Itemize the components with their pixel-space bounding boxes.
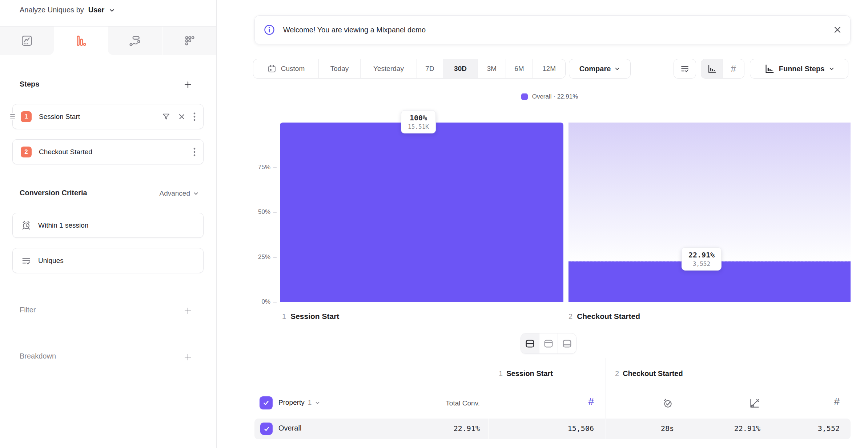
count-column-header-hash-icon[interactable]: #	[558, 396, 594, 407]
date-range-control: Custom Today Yesterday 7D 30D 3M 6M 12M	[253, 59, 566, 79]
date-tab-label: 3M	[487, 65, 497, 73]
metric-settings-button[interactable]	[674, 59, 696, 79]
step1-count-value: 15,506	[521, 424, 594, 433]
steps-section-title: Steps	[20, 80, 39, 88]
time-to-convert-column-icon[interactable]	[662, 397, 674, 409]
hash-icon: #	[731, 63, 736, 75]
kebab-menu-icon[interactable]	[193, 147, 196, 157]
y-axis-tick-0: 0%	[249, 298, 270, 305]
analyze-entity-dropdown[interactable]: User	[88, 6, 104, 14]
date-tab-label: 12M	[542, 65, 556, 73]
tooltip-percent: 22.91%	[688, 251, 715, 259]
banner-close-button[interactable]	[831, 23, 844, 36]
step-name: Checkout Started	[39, 148, 193, 156]
table-only-toggle[interactable]	[558, 333, 576, 353]
axis-tick-mark	[273, 167, 277, 168]
analyze-uniques-row: Analyze Uniques by User	[20, 6, 115, 14]
compare-button[interactable]: Compare	[569, 59, 631, 79]
conversion-window-label: Within 1 session	[38, 221, 88, 229]
date-tab-7d[interactable]: 7D	[417, 59, 443, 78]
top-panel-icon	[543, 338, 554, 349]
drag-handle-icon[interactable]	[10, 113, 15, 120]
tab-funnels[interactable]	[54, 27, 108, 55]
step-name: Checkout Started	[577, 312, 640, 321]
date-tab-label: 30D	[454, 65, 467, 73]
conversion-window-card[interactable]: Within 1 session	[12, 213, 204, 238]
funnel-steps-dropdown[interactable]: Funnel Steps	[750, 59, 848, 79]
bar-value-tooltip-2: 22.91% 3,552	[682, 247, 722, 271]
count2-column-header-hash-icon[interactable]: #	[803, 396, 840, 407]
close-icon	[833, 26, 841, 34]
banner-message: Welcome! You are viewing a Mixpanel demo	[283, 26, 426, 34]
check-icon	[263, 425, 270, 432]
add-filter-button[interactable]	[182, 305, 194, 317]
bar-chart-icon	[707, 64, 717, 74]
chevron-down-icon	[829, 66, 835, 72]
chevron-down-icon[interactable]	[109, 7, 115, 13]
date-tab-30d[interactable]: 30D	[443, 59, 478, 78]
advanced-dropdown[interactable]: Advanced	[159, 189, 199, 197]
step-name: Session Start	[290, 312, 339, 321]
legend-label: Overall · 22.91%	[532, 93, 578, 100]
group-number: 1	[499, 369, 503, 378]
tooltip-count: 15.51K	[408, 123, 429, 130]
compare-label: Compare	[579, 65, 611, 73]
bottom-panel-icon	[562, 338, 572, 349]
date-tab-custom[interactable]: Custom	[253, 59, 318, 78]
kebab-menu-icon[interactable]	[193, 112, 196, 121]
step-card-2[interactable]: 2 Checkout Started	[12, 139, 204, 164]
conv-rate-value: 22.91%	[688, 424, 760, 433]
info-icon	[264, 24, 275, 36]
total-conv-value: 22.91%	[407, 424, 480, 433]
tab-insights[interactable]	[0, 27, 54, 55]
add-step-button[interactable]	[182, 79, 194, 91]
chevron-down-icon	[315, 400, 320, 405]
property-label: Property	[278, 399, 305, 407]
date-tab-3m[interactable]: 3M	[478, 59, 506, 78]
filter-icon[interactable]	[162, 112, 170, 121]
check-icon	[262, 399, 270, 407]
step-card-1[interactable]: 1 Session Start	[12, 104, 204, 129]
flows-icon	[129, 35, 141, 47]
step-number-badge: 2	[21, 147, 32, 157]
breakdown-section-title: Breakdown	[20, 352, 56, 360]
add-breakdown-button[interactable]	[182, 351, 194, 363]
chart-legend[interactable]: Overall · 22.91%	[282, 93, 817, 100]
filter-section-title: Filter	[20, 306, 36, 314]
list-check-icon	[680, 64, 690, 74]
chevron-down-icon	[193, 191, 199, 196]
funnel-dropoff-gradient	[568, 123, 851, 261]
plus-icon	[184, 307, 192, 315]
advanced-label: Advanced	[159, 189, 190, 197]
percent-view-toggle[interactable]	[701, 59, 723, 78]
alarm-clock-icon	[21, 220, 32, 231]
query-builder-sidebar: Analyze Uniques by User	[0, 0, 217, 448]
row-checkbox[interactable]	[260, 423, 273, 435]
tab-grid[interactable]	[162, 27, 216, 55]
number-view-toggle[interactable]: #	[723, 59, 744, 78]
group-number: 2	[615, 369, 619, 378]
funnel-bar-step-1[interactable]	[280, 123, 563, 302]
y-axis-tick-25: 25%	[249, 253, 270, 261]
date-tab-today[interactable]: Today	[318, 59, 360, 78]
remove-step-icon[interactable]	[178, 113, 186, 121]
split-view-toggle[interactable]	[521, 333, 539, 353]
tab-flows[interactable]	[108, 27, 162, 55]
date-tab-6m[interactable]: 6M	[506, 59, 533, 78]
date-tab-label: Today	[330, 65, 349, 73]
counting-method-card[interactable]: Uniques	[12, 248, 204, 273]
step-number-badge: 1	[21, 111, 32, 122]
axis-tick-mark	[273, 212, 277, 213]
y-axis-tick-75: 75%	[249, 164, 270, 171]
property-dropdown[interactable]: Property 1	[278, 399, 320, 407]
table-group-header-1: 1 Session Start	[499, 369, 553, 378]
date-tab-label: 7D	[425, 65, 434, 73]
chart-only-toggle[interactable]	[539, 333, 558, 353]
time-to-convert-value: 28s	[601, 424, 674, 433]
date-tab-yesterday[interactable]: Yesterday	[360, 59, 417, 78]
total-conv-column-header[interactable]: Total Conv.	[393, 399, 480, 407]
property-index: 1	[308, 399, 312, 407]
conversion-rate-column-icon[interactable]	[748, 397, 760, 409]
select-all-checkbox[interactable]	[260, 396, 273, 409]
date-tab-12m[interactable]: 12M	[533, 59, 565, 78]
